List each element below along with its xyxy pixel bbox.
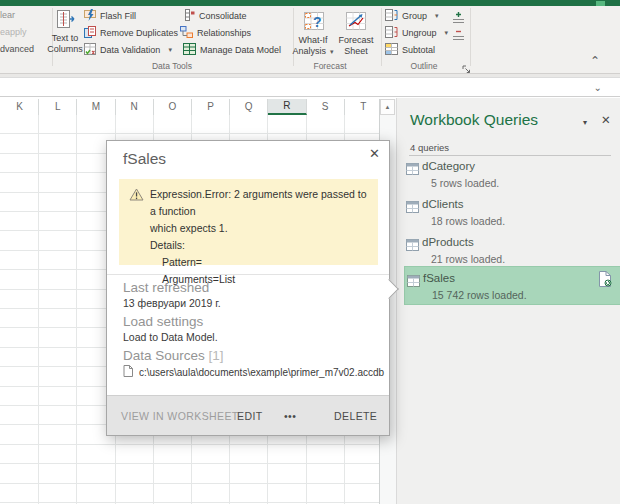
error-line-1: Expression.Error: 2 arguments were passe… [129, 186, 368, 220]
table-icon [406, 161, 419, 179]
query-refresh-page-icon[interactable] [598, 271, 612, 291]
workbook-queries-panel: Workbook Queries ▾ ✕ 4 queries dCategory… [396, 98, 620, 504]
panel-divider [409, 155, 611, 156]
delete-button[interactable]: DELETE [334, 410, 377, 422]
panel-title: Workbook Queries [410, 111, 538, 129]
ungroup-button[interactable]: Ungroup ▾ [385, 26, 448, 40]
panel-dropdown-icon[interactable]: ▾ [583, 118, 587, 127]
ribbon-separator [470, 8, 471, 66]
column-header-s[interactable]: S [307, 99, 345, 115]
hide-detail-button[interactable] [452, 27, 465, 45]
query-item-dproducts[interactable]: dProducts [422, 236, 474, 248]
data-sources-heading: Data Sources [1] [123, 348, 224, 363]
remove-duplicates-button[interactable]: Remove Duplicates [84, 26, 178, 40]
forecast-sheet-icon [345, 10, 367, 36]
text-to-columns-button[interactable] [55, 9, 77, 35]
data-validation-dropdown-icon[interactable]: ▾ [168, 46, 172, 54]
show-detail-button[interactable] [452, 10, 465, 28]
group-icon [385, 9, 398, 23]
query-status-dproducts: 21 rows loaded. [431, 253, 505, 265]
forecast-sheet-label-line1: Forecast [330, 35, 382, 46]
ungroup-dropdown-icon[interactable]: ▾ [445, 29, 449, 37]
query-status-dclients: 18 rows loaded. [431, 215, 505, 227]
fsales-peek-popup: fSales ✕ Expression.Error: 2 arguments w… [106, 140, 390, 436]
more-options-button[interactable]: ••• [284, 410, 296, 422]
flash-fill-icon [84, 9, 96, 23]
formula-bar-expand-icon[interactable]: ⌄ [594, 82, 602, 93]
manage-data-model-button[interactable]: Manage Data Model [183, 43, 281, 57]
scroll-up-icon[interactable]: ▲ [380, 99, 395, 115]
popup-close-icon[interactable]: ✕ [369, 146, 380, 161]
column-header-n[interactable]: N [116, 99, 154, 115]
forecast-sheet-label-line2: Sheet [330, 46, 382, 57]
data-validation-button[interactable]: Data Validation ▾ [84, 43, 172, 57]
remove-duplicates-icon [84, 26, 96, 40]
manage-data-model-icon [183, 43, 196, 57]
column-header-r-selected[interactable]: R [268, 99, 306, 115]
collapse-ribbon-icon[interactable]: ⌃ [590, 54, 600, 68]
data-source-path-row: c:\users\aula\documents\example\primer_m… [123, 365, 384, 379]
relationships-label: Relationships [197, 28, 251, 38]
query-name-fsales: fSales [423, 272, 455, 284]
panel-close-icon[interactable]: ✕ [601, 113, 611, 127]
ungroup-icon [385, 26, 398, 40]
column-header-l[interactable]: L [39, 99, 77, 115]
column-header-t[interactable]: T [345, 99, 383, 115]
column-header-k[interactable]: K [1, 99, 39, 115]
column-headers: K L M N O P Q R S T [1, 99, 383, 116]
reapply-button[interactable]: eapply [0, 27, 27, 37]
advanced-button[interactable]: dvanced [0, 44, 34, 54]
column-header-m[interactable]: M [77, 99, 115, 115]
queries-count: 4 queries [410, 142, 449, 153]
forecast-group-label: Forecast [295, 61, 365, 71]
ribbon: lear eapply dvanced Text to Columns Flas… [0, 6, 620, 74]
error-line-2: which expects 1. [129, 220, 368, 237]
data-validation-label: Data Validation [100, 45, 160, 55]
flash-fill-label: Flash Fill [100, 11, 136, 21]
load-settings-heading: Load settings [123, 314, 203, 329]
table-icon [406, 237, 419, 255]
column-header-o[interactable]: O [154, 99, 192, 115]
forecast-sheet-label[interactable]: Forecast Sheet [330, 35, 382, 57]
edit-button[interactable]: EDIT [237, 410, 263, 422]
column-header-p[interactable]: P [192, 99, 230, 115]
last-refreshed-value: 13 февруари 2019 г. [123, 297, 221, 309]
table-icon [407, 273, 420, 291]
relationships-button[interactable]: Relationships [180, 26, 251, 40]
error-message-box: Expression.Error: 2 arguments were passe… [119, 179, 378, 265]
query-item-dclients[interactable]: dClients [422, 198, 464, 210]
remove-duplicates-label: Remove Duplicates [100, 28, 178, 38]
forecast-sheet-button[interactable] [345, 10, 367, 36]
text-to-columns-label[interactable]: Text to Columns [44, 33, 86, 55]
view-in-worksheet-button[interactable]: VIEW IN WORKSHEET [121, 410, 239, 422]
subtotal-label: Subtotal [402, 45, 435, 55]
ungroup-label: Ungroup [402, 28, 437, 38]
popup-title: fSales [123, 150, 166, 168]
data-source-path: c:\users\aula\documents\example\primer_m… [139, 367, 384, 378]
consolidate-label: Consolidate [199, 11, 247, 21]
query-item-dcategory[interactable]: dCategory [422, 160, 475, 172]
query-status-dcategory: 5 rows loaded. [431, 177, 499, 189]
group-button[interactable]: Group ▾ [385, 9, 439, 23]
flash-fill-button[interactable]: Flash Fill [84, 9, 136, 23]
excel-window: lear eapply dvanced Text to Columns Flas… [0, 0, 620, 504]
load-settings-value: Load to Data Model. [123, 331, 218, 343]
column-header-q[interactable]: Q [230, 99, 268, 115]
group-dropdown-icon[interactable]: ▾ [435, 12, 439, 20]
what-if-analysis-button[interactable]: ? [303, 10, 325, 36]
formula-bar[interactable]: ⌄ [0, 77, 620, 97]
subtotal-button[interactable]: Subtotal [385, 43, 435, 57]
data-sources-count: [1] [209, 348, 224, 363]
query-item-fsales-selected[interactable]: fSales 15 742 rows loaded. [404, 266, 620, 305]
error-text-1: Expression.Error: 2 arguments were passe… [150, 186, 368, 220]
warning-icon [129, 188, 144, 206]
popup-divider [107, 274, 389, 275]
text-to-columns-label-line1: Text to [44, 33, 86, 44]
consolidate-button[interactable]: Consolidate [183, 9, 247, 23]
last-refreshed-heading: Last refreshed [123, 280, 209, 295]
relationships-icon [180, 26, 193, 40]
clear-button[interactable]: lear [0, 10, 15, 20]
consolidate-icon [183, 9, 195, 23]
file-icon [123, 365, 133, 379]
data-validation-icon [84, 43, 96, 57]
